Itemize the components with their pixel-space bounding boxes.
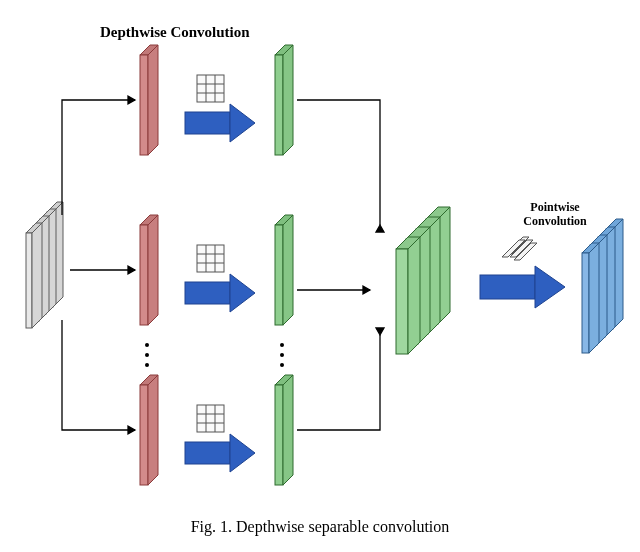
figure-caption: Fig. 1. Depthwise separable convolution [0, 518, 640, 536]
svg-rect-16 [140, 55, 148, 155]
svg-marker-12 [128, 96, 135, 104]
svg-rect-79 [480, 275, 535, 299]
svg-point-56 [145, 363, 149, 367]
diagram-stage: Depthwise Convolution Pointwise Convolut… [0, 0, 640, 552]
svg-rect-31 [197, 245, 224, 272]
svg-point-59 [280, 363, 284, 367]
svg-rect-19 [140, 225, 148, 325]
svg-marker-20 [148, 215, 158, 325]
svg-marker-53 [283, 375, 293, 485]
ellipsis-dots [145, 343, 284, 367]
pointwise-arrow [480, 266, 565, 308]
svg-marker-50 [283, 215, 293, 325]
label-pointwise-line2: Convolution [523, 214, 586, 228]
svg-marker-62 [376, 328, 384, 335]
output-stack [582, 219, 623, 353]
svg-rect-38 [197, 405, 224, 432]
svg-marker-17 [148, 45, 158, 155]
dw-arrows [185, 75, 255, 472]
svg-point-54 [145, 343, 149, 347]
svg-rect-22 [140, 385, 148, 485]
svg-rect-24 [197, 75, 224, 102]
svg-marker-80 [535, 266, 565, 308]
svg-marker-13 [128, 266, 135, 274]
svg-rect-46 [275, 55, 283, 155]
svg-marker-92 [589, 243, 599, 353]
svg-point-58 [280, 353, 284, 357]
svg-rect-36 [185, 282, 230, 304]
svg-marker-37 [230, 274, 255, 312]
svg-rect-43 [185, 442, 230, 464]
split-routing [62, 96, 135, 434]
svg-marker-14 [128, 426, 135, 434]
input-stack [26, 202, 63, 328]
svg-marker-74 [408, 237, 420, 354]
svg-rect-10 [26, 233, 32, 328]
svg-rect-91 [582, 253, 589, 353]
svg-marker-47 [283, 45, 293, 155]
svg-marker-11 [32, 223, 42, 328]
split-slabs [140, 45, 158, 485]
svg-marker-44 [230, 434, 255, 472]
svg-marker-60 [376, 225, 384, 232]
dw-output-slabs [275, 45, 293, 485]
svg-point-55 [145, 353, 149, 357]
svg-rect-49 [275, 225, 283, 325]
diagram-svg [0, 0, 640, 552]
concat-routing [297, 100, 384, 430]
svg-point-57 [280, 343, 284, 347]
label-pointwise: Pointwise Convolution [510, 200, 600, 229]
svg-rect-73 [396, 249, 408, 354]
pointwise-kernel-icon [502, 237, 537, 260]
svg-rect-29 [185, 112, 230, 134]
title-depthwise: Depthwise Convolution [100, 24, 250, 41]
label-pointwise-line1: Pointwise [530, 200, 579, 214]
concat-stack [396, 207, 450, 354]
svg-marker-30 [230, 104, 255, 142]
svg-marker-23 [148, 375, 158, 485]
svg-rect-52 [275, 385, 283, 485]
svg-marker-61 [363, 286, 370, 294]
